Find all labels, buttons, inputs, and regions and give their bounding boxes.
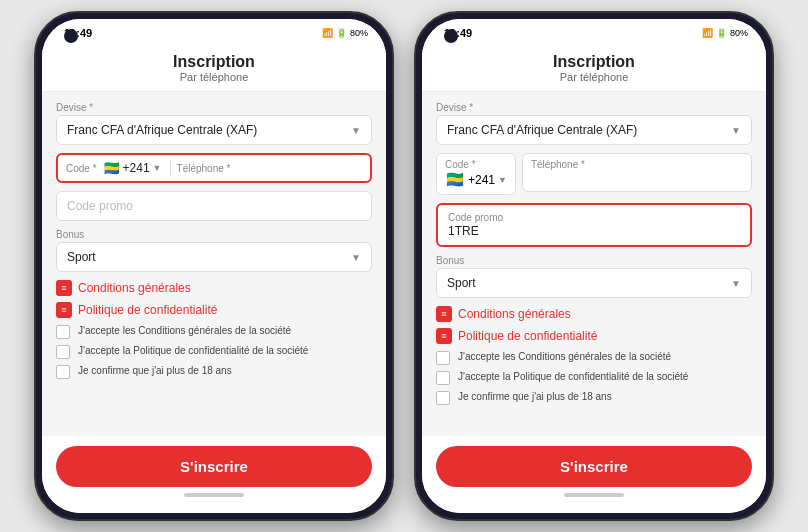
conditions-icon-left: ≡ [56, 280, 72, 296]
app-subtitle-right: Par téléphone [422, 71, 766, 83]
cb2-row-right: J'accepte la Politique de confidentialit… [436, 370, 752, 385]
cb3-row-left: Je confirme que j'ai plus de 18 ans [56, 364, 372, 379]
devise-label-right: Devise * [436, 102, 752, 113]
code-flag-left: 🇬🇦 +241 ▼ [103, 160, 171, 176]
bonus-group-right: Bonus Sport ▼ [436, 255, 752, 298]
code-value-left: +241 [123, 161, 150, 175]
cb2-row-left: J'accepte la Politique de confidentialit… [56, 344, 372, 359]
camera-notch-right [444, 29, 458, 43]
status-bar-left: 11:49 📶 🔋 80% [42, 19, 386, 47]
promo-value-right: 1TRE [448, 224, 740, 238]
cb1-label-left: J'accepte les Conditions générales de la… [78, 324, 291, 338]
code-section-left: Code * [66, 163, 97, 174]
signal-icon-right: 📶 [702, 28, 713, 38]
code-label-right: Code * [445, 159, 507, 170]
cb1-row-left: J'accepte les Conditions générales de la… [56, 324, 372, 339]
bonus-value-left: Sport [67, 250, 96, 264]
code-chevron-right: ▼ [498, 175, 507, 185]
footer-right: S'inscrire [422, 436, 766, 513]
privacy-text-right: Politique de confidentialité [458, 329, 597, 343]
form-right: Devise * Franc CFA d'Afrique Centrale (X… [422, 92, 766, 436]
devise-select-right[interactable]: Franc CFA d'Afrique Centrale (XAF) ▼ [436, 115, 752, 145]
phone-left: 11:49 📶 🔋 80% Inscription Par téléphone … [34, 11, 394, 521]
bonus-chevron-left: ▼ [351, 252, 361, 263]
code-val-right: +241 [468, 173, 495, 187]
conditions-link-left[interactable]: ≡ Conditions générales [56, 280, 372, 296]
privacy-link-right[interactable]: ≡ Politique de confidentialité [436, 328, 752, 344]
code-row-right: 🇬🇦 +241 ▼ [445, 170, 507, 189]
devise-group-right: Devise * Franc CFA d'Afrique Centrale (X… [436, 102, 752, 145]
cb2-checkbox-right[interactable] [436, 371, 450, 385]
promo-group-left: Code promo [56, 191, 372, 221]
signal-icon: 📶 [322, 28, 333, 38]
privacy-link-left[interactable]: ≡ Politique de confidentialité [56, 302, 372, 318]
devise-label-left: Devise * [56, 102, 372, 113]
phone-row-right: Code * 🇬🇦 +241 ▼ Téléphone * [436, 153, 752, 195]
cb2-label-right: J'accepte la Politique de confidentialit… [458, 370, 688, 384]
submit-button-left[interactable]: S'inscrire [56, 446, 372, 487]
status-icons-right: 📶 🔋 80% [702, 28, 748, 38]
status-icons-left: 📶 🔋 80% [322, 28, 368, 38]
home-indicator-right [564, 493, 624, 497]
battery-icon-right: 🔋 [716, 28, 727, 38]
bonus-chevron-right: ▼ [731, 278, 741, 289]
tel-label-right: Téléphone * [531, 159, 743, 170]
battery-icon: 🔋 [336, 28, 347, 38]
conditions-text-left: Conditions générales [78, 281, 191, 295]
promo-box-left[interactable]: Code promo [56, 191, 372, 221]
cb3-checkbox-right[interactable] [436, 391, 450, 405]
code-box-right: Code * 🇬🇦 +241 ▼ [436, 153, 516, 195]
phone-group-right: Code * 🇬🇦 +241 ▼ Téléphone * [436, 153, 752, 195]
cb2-label-left: J'accepte la Politique de confidentialit… [78, 344, 308, 358]
conditions-text-right: Conditions générales [458, 307, 571, 321]
status-bar-right: 11:49 📶 🔋 80% [422, 19, 766, 47]
phone-group-left: Code * 🇬🇦 +241 ▼ Téléphone * [56, 153, 372, 183]
cb3-checkbox-left[interactable] [56, 365, 70, 379]
code-label-left: Code * [66, 163, 97, 174]
tel-value-right [531, 170, 743, 186]
bonus-label-left: Bonus [56, 229, 372, 240]
promo-box-right[interactable]: Code promo 1TRE [436, 203, 752, 247]
cb3-label-left: Je confirme que j'ai plus de 18 ans [78, 364, 232, 378]
battery-pct-right: 80% [730, 28, 748, 38]
home-indicator-left [184, 493, 244, 497]
cb2-checkbox-left[interactable] [56, 345, 70, 359]
devise-chevron-right: ▼ [731, 125, 741, 136]
promo-label-right: Code promo [448, 212, 740, 223]
bonus-select-right[interactable]: Sport ▼ [436, 268, 752, 298]
devise-value-left: Franc CFA d'Afrique Centrale (XAF) [67, 123, 257, 137]
submit-button-right[interactable]: S'inscrire [436, 446, 752, 487]
footer-left: S'inscrire [42, 436, 386, 513]
bonus-select-left[interactable]: Sport ▼ [56, 242, 372, 272]
code-chevron-left: ▼ [153, 163, 162, 173]
bonus-group-left: Bonus Sport ▼ [56, 229, 372, 272]
promo-group-right: Code promo 1TRE [436, 203, 752, 247]
privacy-text-left: Politique de confidentialité [78, 303, 217, 317]
app-title-left: Inscription [42, 53, 386, 71]
devise-value-right: Franc CFA d'Afrique Centrale (XAF) [447, 123, 637, 137]
privacy-icon-left: ≡ [56, 302, 72, 318]
privacy-icon-right: ≡ [436, 328, 452, 344]
devise-chevron-left: ▼ [351, 125, 361, 136]
conditions-icon-right: ≡ [436, 306, 452, 322]
form-left: Devise * Franc CFA d'Afrique Centrale (X… [42, 92, 386, 436]
flag-left: 🇬🇦 [103, 160, 120, 176]
app-header-right: Inscription Par téléphone [422, 47, 766, 92]
telephone-label-left: Téléphone * [177, 163, 362, 174]
devise-select-left[interactable]: Franc CFA d'Afrique Centrale (XAF) ▼ [56, 115, 372, 145]
bonus-label-right: Bonus [436, 255, 752, 266]
tel-input-right[interactable]: Téléphone * [522, 153, 752, 192]
conditions-link-right[interactable]: ≡ Conditions générales [436, 306, 752, 322]
cb1-checkbox-right[interactable] [436, 351, 450, 365]
battery-pct: 80% [350, 28, 368, 38]
cb1-row-right: J'accepte les Conditions générales de la… [436, 350, 752, 365]
app-subtitle-left: Par téléphone [42, 71, 386, 83]
promo-placeholder-left: Code promo [67, 199, 361, 213]
cb1-checkbox-left[interactable] [56, 325, 70, 339]
flag-right: 🇬🇦 [445, 170, 465, 189]
camera-notch [64, 29, 78, 43]
phone-right: 11:49 📶 🔋 80% Inscription Par téléphone … [414, 11, 774, 521]
app-title-right: Inscription [422, 53, 766, 71]
bonus-value-right: Sport [447, 276, 476, 290]
phone-field-highlighted-left: Code * 🇬🇦 +241 ▼ Téléphone * [56, 153, 372, 183]
